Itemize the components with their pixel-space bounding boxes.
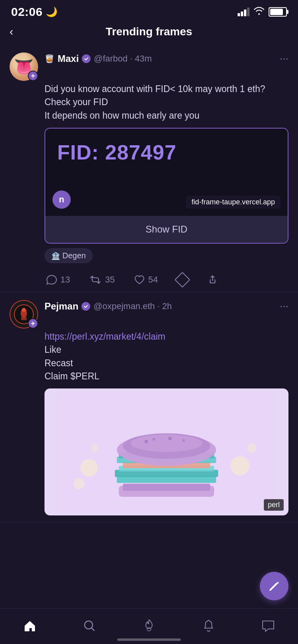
avatar-wrap-pejman: + xyxy=(10,300,38,329)
status-bar: 02:06 🌙 xyxy=(0,0,298,21)
post-user-info-1: 🥃 Maxi @farbod · 43m xyxy=(45,53,152,64)
chat-icon xyxy=(261,619,275,632)
avatar-wrap-maxi: + xyxy=(10,52,38,81)
svg-rect-25 xyxy=(182,439,185,442)
battery-icon xyxy=(269,7,287,17)
svg-point-6 xyxy=(74,478,85,489)
svg-rect-24 xyxy=(168,437,172,440)
degen-icon: 🏦 xyxy=(51,252,60,260)
like-icon xyxy=(134,275,145,285)
perl-frame-image: perl xyxy=(45,388,288,515)
post-time-1: 43m xyxy=(135,54,152,64)
verified-badge-pejman xyxy=(81,302,90,311)
frame-card-1: FID: 287497 n fid-frame-taupe.vercel.app… xyxy=(45,128,288,244)
show-fid-button[interactable]: Show FID xyxy=(145,224,187,235)
nav-notifications[interactable] xyxy=(197,615,221,636)
status-time: 02:06 xyxy=(11,5,43,19)
verified-badge-maxi xyxy=(82,54,91,63)
dot-separator-2: · xyxy=(157,301,160,311)
nav-messages[interactable] xyxy=(256,615,280,636)
post-header-2: + Pejman @oxpejman.eth · 2h xyxy=(10,300,288,329)
post-user-row-1: 🥃 Maxi @farbod · 43m ··· xyxy=(45,52,288,65)
compose-fab[interactable] xyxy=(260,572,288,600)
post-text-1: Did you know account with FID< 10k may w… xyxy=(45,83,288,122)
username-pejman[interactable]: Pejman xyxy=(45,301,78,312)
diamond-action[interactable] xyxy=(177,274,188,285)
header: ‹ Trending frames xyxy=(0,21,298,44)
degen-label: Degen xyxy=(62,251,86,260)
svg-point-21 xyxy=(131,434,202,452)
page-title: Trending frames xyxy=(106,25,192,38)
post-content-2: https://perl.xyz/market/4/claim Like Rec… xyxy=(10,330,288,515)
diamond-icon xyxy=(175,272,191,288)
more-button-2[interactable]: ··· xyxy=(280,300,288,312)
svg-rect-3 xyxy=(21,317,27,320)
follow-plus-pejman[interactable]: + xyxy=(28,318,38,329)
nav-home[interactable] xyxy=(18,615,42,636)
svg-rect-12 xyxy=(123,484,210,491)
comment-count: 13 xyxy=(60,275,70,285)
post-2: + Pejman @oxpejman.eth · 2h xyxy=(0,292,298,522)
fire-icon xyxy=(143,619,155,632)
moon-icon: 🌙 xyxy=(46,6,58,17)
handle-maxi: @farbod xyxy=(94,54,128,64)
post-meta-2: Pejman @oxpejman.eth · 2h ··· xyxy=(45,300,288,329)
search-icon xyxy=(83,619,96,632)
post-actions-1: 13 35 54 xyxy=(45,274,288,285)
post-header-1: + 🥃 Maxi @farbod · 43m xyxy=(10,52,288,81)
home-indicator xyxy=(117,638,181,641)
svg-rect-22 xyxy=(145,440,148,443)
recast-count: 35 xyxy=(105,275,114,285)
nav-trending[interactable] xyxy=(137,615,161,636)
share-icon xyxy=(207,274,218,285)
wifi-icon xyxy=(253,6,265,17)
dot-separator-1: · xyxy=(130,54,132,64)
frame-url: fid-frame-taupe.vercel.app xyxy=(186,196,281,209)
feed: + 🥃 Maxi @farbod · 43m xyxy=(0,44,298,522)
recast-action[interactable]: 35 xyxy=(89,275,114,285)
post-1: + 🥃 Maxi @farbod · 43m xyxy=(0,44,298,292)
svg-point-26 xyxy=(85,621,93,629)
frame-logo: n xyxy=(52,190,71,209)
post-meta-1: 🥃 Maxi @farbod · 43m ··· xyxy=(45,52,288,81)
follow-plus-maxi[interactable]: + xyxy=(28,71,38,81)
comment-action[interactable]: 13 xyxy=(46,275,70,285)
nav-search[interactable] xyxy=(77,615,101,636)
post-content-1: Did you know account with FID< 10k may w… xyxy=(10,83,288,285)
user-icon-1: 🥃 xyxy=(45,54,54,63)
fid-display: FID: 287497 xyxy=(57,140,276,164)
post-user-row-2: Pejman @oxpejman.eth · 2h ··· xyxy=(45,300,288,312)
status-icons xyxy=(238,6,287,17)
post-text-2: https://perl.xyz/market/4/claim Like Rec… xyxy=(45,330,288,383)
svg-point-5 xyxy=(80,459,98,477)
recast-icon xyxy=(89,275,102,285)
frame-content-1: FID: 287497 n fid-frame-taupe.vercel.app xyxy=(45,129,288,216)
username-maxi[interactable]: Maxi xyxy=(58,53,79,64)
perl-label: perl xyxy=(264,499,284,511)
svg-point-2 xyxy=(22,308,26,312)
share-action[interactable] xyxy=(207,274,218,285)
svg-point-8 xyxy=(230,456,250,475)
post-time-2: 2h xyxy=(162,301,172,311)
like-action[interactable]: 54 xyxy=(134,275,158,285)
handle-pejman: @oxpejman.eth xyxy=(93,301,155,311)
back-button[interactable]: ‹ xyxy=(10,25,13,38)
svg-point-9 xyxy=(247,443,257,453)
svg-rect-23 xyxy=(153,438,155,440)
degen-tag-wrap: 🏦 Degen xyxy=(45,248,288,269)
frame-action-area[interactable]: Show FID xyxy=(45,216,288,243)
post-user-info-2: Pejman @oxpejman.eth · 2h xyxy=(45,301,172,312)
perl-svg xyxy=(57,392,276,511)
svg-point-7 xyxy=(91,444,99,452)
more-button-1[interactable]: ··· xyxy=(280,52,288,65)
post-link[interactable]: https://perl.xyz/market/4/claim xyxy=(45,331,165,342)
comment-icon xyxy=(46,275,57,285)
signal-bars xyxy=(238,8,250,16)
home-icon xyxy=(23,619,37,632)
bell-icon xyxy=(203,619,215,632)
degen-tag[interactable]: 🏦 Degen xyxy=(45,248,93,263)
like-count: 54 xyxy=(148,275,158,285)
